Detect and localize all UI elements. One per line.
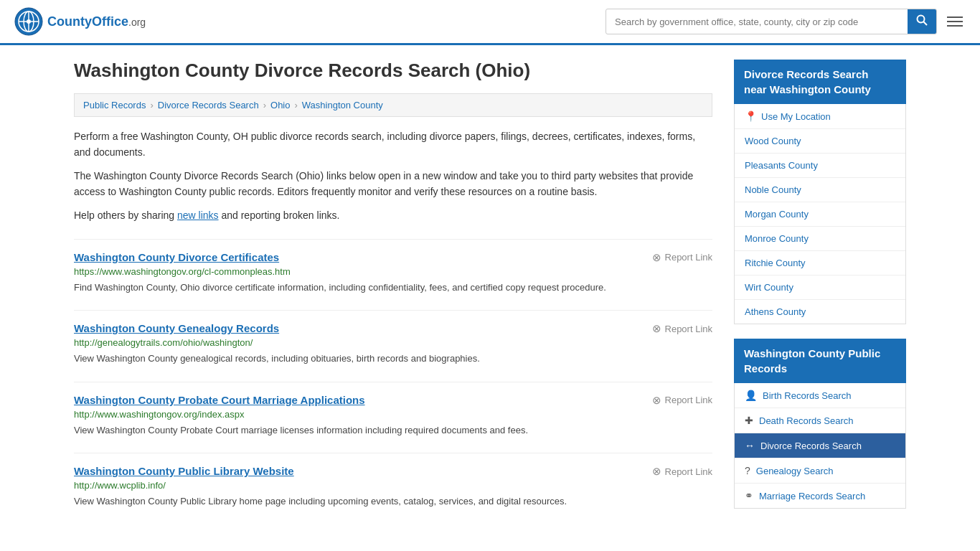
result-title-0[interactable]: Washington County Divorce Certificates: [74, 251, 279, 263]
records-item[interactable]: 👤 Birth Records Search: [735, 383, 905, 408]
breadcrumb-washington-county[interactable]: Washington County: [302, 100, 383, 110]
search-input[interactable]: [606, 11, 908, 32]
result-title-2[interactable]: Washington County Probate Court Marriage…: [74, 394, 365, 406]
nearby-county-link[interactable]: Ritchie County: [745, 258, 806, 268]
intro-paragraph-3: Help others by sharing new links and rep…: [74, 207, 712, 223]
records-item[interactable]: ? Genealogy Search: [735, 458, 905, 484]
sidebar-nearby-title: Divorce Records Search near Washington C…: [734, 60, 906, 104]
logo-text: CountyOffice.org: [47, 14, 146, 29]
location-pin-icon: 📍: [745, 110, 757, 122]
sidebar: Divorce Records Search near Washington C…: [734, 60, 906, 523]
result-url-0[interactable]: https://www.washingtongov.org/cl-commonp…: [74, 266, 712, 277]
records-item-icon: 👤: [745, 390, 757, 401]
records-item-link[interactable]: Death Records Search: [759, 415, 854, 426]
menu-line-2: [947, 21, 963, 22]
report-link-2[interactable]: ⊗ Report Link: [652, 394, 712, 407]
result-title-3[interactable]: Washington County Public Library Website: [74, 465, 294, 477]
nearby-county-item[interactable]: Monroe County: [735, 227, 905, 251]
report-label-2: Report Link: [665, 395, 712, 405]
records-item[interactable]: ✚ Death Records Search: [735, 408, 905, 433]
page-title: Washington County Divorce Records Search…: [74, 60, 712, 82]
breadcrumb-sep-2: ›: [263, 100, 266, 110]
logo-icon: [14, 7, 43, 36]
report-icon-3: ⊗: [652, 465, 661, 478]
hamburger-menu-button[interactable]: [944, 14, 966, 29]
menu-line-1: [947, 17, 963, 18]
sidebar-records-list: 👤 Birth Records Search ✚ Death Records S…: [734, 383, 906, 509]
result-url-1[interactable]: http://genealogytrails.com/ohio/washingt…: [74, 337, 712, 348]
logo-area: CountyOffice.org: [14, 7, 146, 36]
result-title-row: Washington County Divorce Certificates ⊗…: [74, 251, 712, 264]
nearby-county-link[interactable]: Noble County: [745, 184, 801, 195]
use-location-link[interactable]: Use My Location: [761, 111, 831, 122]
result-desc-0: Find Washington County, Ohio divorce cer…: [74, 281, 712, 295]
nearby-county-item[interactable]: Wood County: [735, 129, 905, 154]
result-item: Washington County Public Library Website…: [74, 453, 712, 509]
header-right: [606, 9, 966, 34]
nearby-county-link[interactable]: Wood County: [745, 136, 801, 146]
result-desc-3: View Washington County Public Library ho…: [74, 494, 712, 509]
report-link-1[interactable]: ⊗ Report Link: [652, 322, 712, 335]
content-area: Washington County Divorce Records Search…: [74, 60, 712, 523]
intro-paragraph-1: Perform a free Washington County, OH pub…: [74, 128, 712, 161]
result-url-2[interactable]: http://www.washingtongov.org/index.aspx: [74, 409, 712, 420]
breadcrumb-public-records[interactable]: Public Records: [83, 100, 146, 110]
nearby-county-link[interactable]: Pleasants County: [745, 160, 818, 171]
svg-point-5: [27, 19, 31, 24]
records-item-link[interactable]: Birth Records Search: [763, 390, 852, 401]
breadcrumb-sep-3: ›: [294, 100, 297, 110]
nearby-county-link[interactable]: Wirt County: [745, 282, 793, 293]
records-item-link[interactable]: Genealogy Search: [756, 466, 834, 476]
sidebar-nearby-list: 📍 Use My Location Wood CountyPleasants C…: [734, 104, 906, 324]
records-item-icon: ↔: [745, 440, 755, 451]
use-location-item[interactable]: 📍 Use My Location: [735, 104, 905, 129]
records-item-link[interactable]: Divorce Records Search: [760, 441, 862, 451]
records-item-icon: ✚: [745, 415, 753, 426]
nearby-county-item[interactable]: Morgan County: [735, 202, 905, 227]
report-label-0: Report Link: [665, 252, 712, 263]
breadcrumb-ohio[interactable]: Ohio: [270, 100, 290, 110]
nearby-county-item[interactable]: Noble County: [735, 178, 905, 202]
results-container: Washington County Divorce Certificates ⊗…: [74, 239, 712, 509]
new-links-link[interactable]: new links: [177, 209, 219, 221]
nearby-county-item[interactable]: Ritchie County: [735, 251, 905, 276]
report-icon-1: ⊗: [652, 322, 661, 335]
svg-line-7: [924, 22, 928, 26]
nearby-county-link[interactable]: Morgan County: [745, 209, 809, 220]
nearby-county-item[interactable]: Pleasants County: [735, 154, 905, 178]
result-url-3[interactable]: http://www.wcplib.info/: [74, 480, 712, 491]
sidebar-records-title: Washington County Public Records: [734, 339, 906, 383]
nearby-county-link[interactable]: Monroe County: [745, 233, 809, 244]
breadcrumb-divorce-records[interactable]: Divorce Records Search: [158, 100, 259, 110]
result-title-row: Washington County Public Library Website…: [74, 465, 712, 478]
breadcrumb-sep-1: ›: [150, 100, 153, 110]
sidebar-nearby-section: Divorce Records Search near Washington C…: [734, 60, 906, 324]
nearby-county-item[interactable]: Wirt County: [735, 276, 905, 300]
records-item[interactable]: ↔ Divorce Records Search: [735, 433, 905, 458]
records-item-icon: ⚭: [745, 490, 753, 501]
menu-line-3: [947, 25, 963, 27]
search-button[interactable]: [908, 9, 936, 34]
report-link-0[interactable]: ⊗ Report Link: [652, 251, 712, 264]
svg-point-6: [918, 16, 925, 23]
nearby-county-item[interactable]: Athens County: [735, 300, 905, 324]
search-icon: [916, 14, 928, 26]
records-item[interactable]: ⚭ Marriage Records Search: [735, 484, 905, 508]
report-link-3[interactable]: ⊗ Report Link: [652, 465, 712, 478]
intro-paragraph-2: The Washington County Divorce Records Se…: [74, 168, 712, 200]
result-item: Washington County Divorce Certificates ⊗…: [74, 239, 712, 295]
result-item: Washington County Genealogy Records ⊗ Re…: [74, 310, 712, 366]
report-label-1: Report Link: [665, 324, 712, 334]
records-item-link[interactable]: Marriage Records Search: [759, 491, 865, 501]
result-title-row: Washington County Probate Court Marriage…: [74, 394, 712, 407]
nearby-county-list: Wood CountyPleasants CountyNoble CountyM…: [735, 129, 905, 324]
report-icon-2: ⊗: [652, 394, 661, 407]
report-label-3: Report Link: [665, 466, 712, 477]
result-title-row: Washington County Genealogy Records ⊗ Re…: [74, 322, 712, 335]
result-desc-2: View Washington County Probate Court mar…: [74, 423, 712, 438]
report-icon-0: ⊗: [652, 251, 661, 264]
breadcrumb: Public Records › Divorce Records Search …: [74, 93, 712, 117]
nearby-county-link[interactable]: Athens County: [745, 306, 806, 317]
result-title-1[interactable]: Washington County Genealogy Records: [74, 322, 279, 334]
search-bar: [606, 9, 937, 34]
